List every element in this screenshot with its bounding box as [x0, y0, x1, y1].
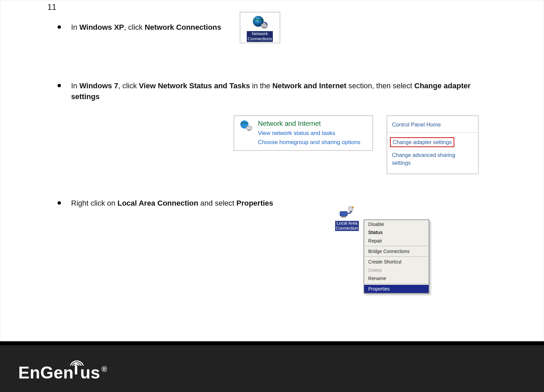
sidebar-item-change-adapter[interactable]: Change adapter settings	[390, 137, 454, 147]
menu-separator	[365, 246, 428, 246]
svg-rect-4	[246, 126, 252, 130]
brand-logo: EnGen i us®	[18, 363, 106, 383]
bullet-list: In Windows XP, click Network Connections	[51, 22, 503, 294]
bullet-win7-text: In Windows 7, click View Network Status …	[71, 80, 477, 102]
network-connections-label: Network Connections	[247, 31, 273, 42]
network-internet-icon	[239, 119, 253, 133]
document-page: 11 In Windows XP, click Network Connecti…	[0, 0, 544, 392]
local-area-connection-label: Local Area Connection	[335, 221, 359, 231]
bullet-lac: Right click on Local Area Connection and…	[58, 198, 503, 294]
bullet-lac-text: Right click on Local Area Connection and…	[71, 198, 273, 209]
sidebar-item-home[interactable]: Control Panel Home	[392, 121, 473, 129]
page-number: 11	[47, 1, 503, 13]
local-area-connection-icon-block[interactable]: Local Area Connection	[335, 205, 359, 231]
svg-rect-7	[341, 216, 346, 217]
menu-bridge[interactable]: Bridge Connections	[364, 247, 429, 255]
lan-icon	[337, 205, 357, 221]
network-connections-tile[interactable]: Network Connections	[240, 12, 280, 43]
globe-network-icon	[251, 15, 269, 30]
menu-properties[interactable]: Properties	[364, 285, 429, 293]
lac-screenshot: Local Area Connection Disable Status Rep…	[335, 205, 503, 294]
menu-status[interactable]: Status	[364, 228, 429, 236]
bullet-xp-text: In Windows XP, click Network Connections	[71, 22, 221, 33]
panel-link-status[interactable]: View network status and tasks	[258, 129, 360, 138]
separator	[387, 132, 478, 133]
bullet-xp: In Windows XP, click Network Connections	[58, 22, 503, 43]
footer: EnGen i us®	[0, 341, 544, 392]
content: 11 In Windows XP, click Network Connecti…	[0, 1, 544, 294]
menu-delete: Delete	[364, 266, 429, 274]
svg-rect-2	[262, 27, 266, 28]
menu-disable[interactable]: Disable	[364, 220, 429, 228]
panel-sidebar: Control Panel Home Change adapter settin…	[387, 115, 479, 174]
menu-rename[interactable]: Rename	[364, 274, 429, 282]
sidebar-item-change-adapter-wrapper: Change adapter settings	[392, 135, 473, 149]
bullet-win7: In Windows 7, click View Network Status …	[58, 80, 503, 175]
panel-network-internet: Network and Internet View network status…	[234, 115, 373, 151]
panel-heading[interactable]: Network and Internet	[258, 119, 360, 129]
registered-icon: ®	[102, 365, 107, 373]
menu-shortcut[interactable]: Create Shortcut	[364, 258, 429, 266]
panel-link-homegroup[interactable]: Choose homegroup and sharing options	[258, 138, 360, 147]
svg-rect-5	[248, 130, 251, 131]
win7-screenshots: Network and Internet View network status…	[234, 115, 503, 174]
svg-rect-6	[340, 211, 347, 216]
svg-point-9	[352, 206, 354, 208]
sidebar-item-advanced-sharing[interactable]: Change advanced sharing settings	[392, 151, 473, 167]
menu-separator	[365, 256, 428, 257]
menu-separator	[365, 283, 428, 284]
wifi-icon	[69, 358, 85, 367]
menu-repair[interactable]: Repair	[364, 237, 429, 245]
context-menu: Disable Status Repair Bridge Connections…	[364, 220, 429, 294]
